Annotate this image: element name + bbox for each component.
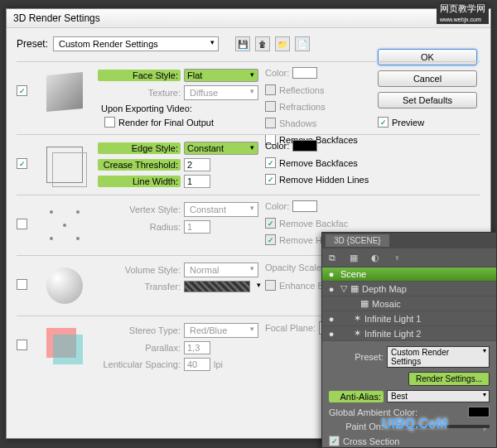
- render-settings-button[interactable]: Render Settings...: [408, 372, 490, 386]
- watermark-top: 网页教学网www.webjx.com: [437, 2, 489, 24]
- parallax-label: Parallax:: [98, 343, 181, 353]
- volume-style-dropdown: Normal: [184, 263, 258, 277]
- tree-row[interactable]: ▦Mosaic: [322, 296, 496, 311]
- stereo-type-label: Stereo Type:: [98, 325, 181, 335]
- stereo-enable-checkbox[interactable]: [17, 340, 27, 350]
- paint-on-label: Paint On:: [329, 422, 384, 431]
- stereo-preview-icon: [41, 323, 88, 369]
- face-preview-icon: [41, 69, 88, 115]
- line-width-input[interactable]: [184, 175, 210, 188]
- volume-enable-checkbox[interactable]: [17, 279, 27, 290]
- tree-row[interactable]: ●✶Infinite Light 2: [322, 326, 496, 341]
- face-style-dropdown[interactable]: Flat: [184, 69, 258, 82]
- save-icon[interactable]: 💾: [235, 36, 250, 51]
- preset-dropdown[interactable]: Custom Render Settings: [53, 36, 219, 51]
- vertex-enable-checkbox[interactable]: [17, 219, 27, 229]
- tree-scene-row[interactable]: ●Scene: [322, 267, 496, 282]
- eye-icon[interactable]: ●: [326, 284, 337, 294]
- material-icon[interactable]: ◐: [369, 252, 382, 263]
- texture-dropdown[interactable]: Diffuse: [184, 85, 258, 100]
- scene-tree: ●Scene ●▽▦Depth Map ▦Mosaic ●✶Infinite L…: [322, 267, 496, 341]
- vertex-color-swatch: [292, 200, 317, 212]
- edge-color-swatch[interactable]: [292, 140, 317, 152]
- edge-style-label: Edge Style:: [98, 142, 181, 154]
- watermark-bottom: UiBQ.CoM: [382, 417, 447, 431]
- edge-remove-backfaces-checkbox[interactable]: [265, 157, 276, 168]
- vertex-remove-hidden-checkbox: [265, 234, 276, 245]
- edge-style-dropdown[interactable]: Constant: [184, 142, 258, 155]
- texture-label: Texture:: [98, 88, 181, 98]
- dialog-title: 3D Render Settings: [7, 9, 490, 28]
- refractions-checkbox: [265, 101, 276, 112]
- radius-input: [184, 220, 210, 234]
- preset-label: Preset:: [17, 38, 48, 50]
- face-enable-checkbox[interactable]: [17, 85, 27, 96]
- transfer-label: Transfer:: [98, 282, 181, 291]
- lenticular-input: [184, 358, 210, 371]
- vertex-remove-backfaces-checkbox: [265, 218, 276, 229]
- edge-remove-hidden-checkbox[interactable]: [265, 174, 276, 185]
- eye-icon[interactable]: ●: [326, 314, 337, 324]
- scene-preset-label: Preset:: [329, 352, 384, 362]
- trash-icon[interactable]: 🗑: [255, 36, 270, 51]
- folder-icon[interactable]: 📁: [275, 36, 290, 51]
- eye-icon[interactable]: ●: [326, 329, 337, 339]
- scene-tab[interactable]: 3D {SCENE}: [326, 234, 389, 247]
- reflections-checkbox: [265, 84, 276, 95]
- opacity-scale-label: Opacity Scale:: [265, 263, 324, 272]
- edge-enable-checkbox[interactable]: [17, 158, 27, 169]
- light-icon[interactable]: ♀: [390, 252, 403, 263]
- eye-icon[interactable]: ●: [326, 269, 337, 279]
- filter-icon[interactable]: ⧉: [326, 252, 339, 263]
- focal-plane-label: Focal Plane:: [265, 323, 316, 333]
- tree-row[interactable]: ●▽▦Depth Map: [322, 282, 496, 296]
- radius-label: Radius:: [98, 222, 181, 232]
- enhance-bound-checkbox: [265, 280, 276, 291]
- ambient-color-swatch[interactable]: [468, 407, 490, 417]
- stereo-type-dropdown: Red/Blue: [184, 323, 258, 338]
- cross-section-label: Cross Section: [343, 436, 399, 446]
- ambient-color-label: Global Ambient Color:: [329, 407, 465, 417]
- crease-input[interactable]: [184, 158, 210, 171]
- edge-preview-icon: [41, 142, 88, 188]
- face-color-swatch[interactable]: [292, 67, 317, 79]
- mesh-icon[interactable]: ▦: [347, 252, 360, 263]
- tree-row[interactable]: ●✶Infinite Light 1: [322, 311, 496, 326]
- edge-color-label: Color:: [265, 141, 289, 151]
- export-label: Upon Exporting Video:: [101, 104, 192, 113]
- volume-preview-icon: [41, 263, 88, 309]
- anti-alias-dropdown[interactable]: Best: [387, 390, 490, 402]
- vertex-color-label: Color:: [265, 201, 289, 211]
- face-style-label: Face Style:: [98, 70, 181, 81]
- face-color-label: Color:: [265, 68, 289, 78]
- anti-alias-label: Anti-Alias:: [329, 391, 384, 402]
- scene-preset-dropdown[interactable]: Custom Render Settings: [387, 346, 490, 368]
- shadows-checkbox: [265, 118, 276, 128]
- crease-label: Crease Threshold:: [98, 159, 181, 171]
- render-final-label: Render for Final Output: [118, 118, 214, 128]
- vertex-preview-icon: [41, 202, 88, 248]
- doc-icon[interactable]: 📄: [295, 36, 310, 51]
- cross-section-checkbox[interactable]: [329, 436, 340, 446]
- volume-style-label: Volume Style:: [98, 265, 181, 275]
- transfer-gradient: [184, 281, 250, 292]
- scene-panel: 3D {SCENE} ⧉ ▦ ◐ ♀ ●Scene ●▽▦Depth Map ▦…: [321, 232, 497, 448]
- lenticular-label: Lenticular Spacing:: [98, 359, 181, 369]
- vertex-style-label: Vertex Style:: [98, 205, 181, 214]
- render-final-checkbox[interactable]: [104, 117, 115, 128]
- vertex-style-dropdown: Constant: [184, 202, 258, 217]
- parallax-input: [184, 341, 210, 354]
- line-width-label: Line Width:: [98, 176, 181, 187]
